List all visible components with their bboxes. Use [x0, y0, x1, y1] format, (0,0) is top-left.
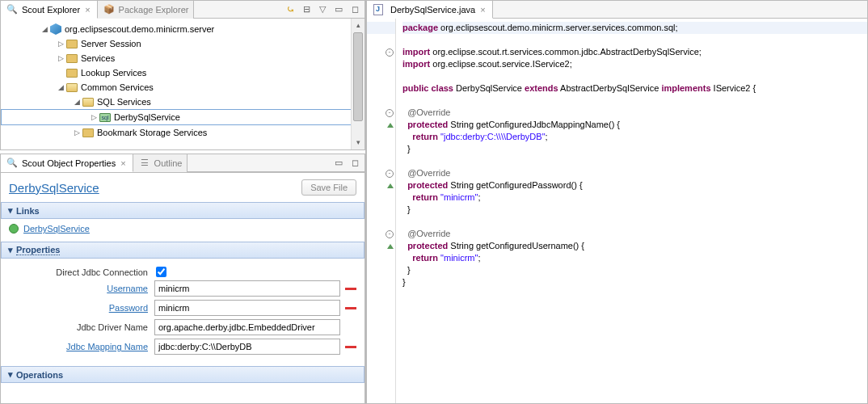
collapse-icon[interactable]: ⊟ [300, 3, 313, 16]
java-file-icon [373, 4, 383, 15]
scout-tree: ◢org.eclipsescout.demo.minicrm.server ▷S… [1, 19, 364, 149]
code-editor[interactable]: - - - - package org [367, 19, 867, 403]
modified-indicator-icon [345, 346, 356, 348]
folder-open-icon [82, 98, 94, 107]
label-mapping[interactable]: Jdbc Mapping Name [9, 342, 154, 351]
tree-node[interactable]: ◢SQL Services [1, 95, 364, 109]
save-file-button[interactable]: Save File [301, 179, 356, 196]
chevron-down-icon: ▾ [8, 205, 13, 216]
minimize-icon[interactable]: ▭ [332, 157, 345, 170]
tab-scout-props[interactable]: 🔍 Scout Object Properties × [1, 154, 133, 172]
tree-node[interactable]: Lookup Services [1, 65, 364, 80]
class-icon [9, 224, 19, 234]
minimize-icon[interactable]: ▭ [332, 3, 345, 16]
props-tabbar: 🔍 Scout Object Properties × ☰ Outline ▭ … [1, 154, 364, 172]
outline-icon: ☰ [138, 157, 151, 170]
folder-open-icon [66, 83, 78, 92]
fold-icon[interactable]: - [386, 109, 394, 117]
label-password[interactable]: Password [9, 303, 154, 313]
props-title[interactable]: DerbySqlService [9, 181, 99, 195]
checkbox-direct-jdbc[interactable] [156, 267, 166, 277]
tree-node-root[interactable]: ◢org.eclipsescout.demo.minicrm.server [1, 22, 364, 36]
tab-label: Outline [154, 158, 183, 168]
close-icon[interactable]: × [478, 5, 487, 15]
props-panel: DerbySqlService Save File ▾Links DerbySq… [1, 172, 364, 403]
folder-icon [82, 128, 94, 137]
explorer-tabbar: 🔍 Scout Explorer × 📦 Package Explorer ⤿ … [1, 1, 364, 19]
refresh-icon[interactable]: ⤿ [284, 3, 297, 16]
tree-node[interactable]: ▷Services [1, 51, 364, 65]
scroll-thumb[interactable] [353, 32, 363, 121]
folder-icon [66, 69, 78, 78]
tree-node[interactable]: ◢Common Services [1, 80, 364, 95]
code-area[interactable]: package org.eclipsescout.demo.minicrm.se… [396, 19, 867, 403]
editor-tabbar: DerbySqlService.java × [367, 1, 867, 19]
tab-label: Scout Explorer [22, 5, 80, 15]
tree-node[interactable]: ▷Server Session [1, 36, 364, 51]
view-menu-icon[interactable]: ▽ [316, 3, 329, 16]
tab-label: DerbySqlService.java [390, 5, 475, 15]
scout-explorer-icon: 🔍 [6, 3, 19, 16]
maximize-icon[interactable]: ◻ [348, 157, 361, 170]
label-driver: Jdbc Driver Name [9, 322, 154, 332]
scrollbar-vertical[interactable]: ▴ ▾ [351, 19, 364, 149]
tab-package-explorer[interactable]: 📦 Package Explorer [98, 1, 195, 19]
input-mapping[interactable] [154, 339, 340, 355]
maximize-icon[interactable]: ◻ [348, 3, 361, 16]
folder-icon [66, 40, 78, 48]
scroll-down-icon[interactable]: ▾ [352, 136, 364, 149]
input-username[interactable] [154, 280, 340, 297]
scroll-up-icon[interactable]: ▴ [352, 19, 364, 32]
fold-icon[interactable]: - [386, 48, 394, 57]
package-explorer-icon: 📦 [103, 3, 116, 16]
override-marker-icon [387, 123, 394, 128]
tab-outline[interactable]: ☰ Outline [133, 154, 188, 172]
modified-indicator-icon [345, 307, 356, 309]
props-icon: 🔍 [6, 157, 19, 170]
fold-icon[interactable]: - [386, 230, 394, 238]
override-marker-icon [387, 244, 394, 249]
label-direct-jdbc: Direct Jdbc Connection [9, 267, 154, 277]
tree-node[interactable]: ▷Bookmark Storage Services [1, 125, 364, 140]
folder-icon [66, 54, 78, 63]
tab-label: Package Explorer [119, 5, 189, 15]
chevron-down-icon: ▾ [8, 369, 13, 380]
input-driver[interactable] [154, 319, 340, 335]
section-properties-header[interactable]: ▾Properties [1, 242, 364, 259]
fold-icon[interactable]: - [386, 170, 394, 178]
override-marker-icon [387, 183, 394, 188]
close-icon[interactable]: × [119, 158, 127, 168]
modified-indicator-icon [345, 288, 356, 290]
section-operations-header[interactable]: ▾Operations [1, 366, 364, 383]
tab-editor-file[interactable]: DerbySqlService.java × [367, 1, 493, 19]
tab-scout-explorer[interactable]: 🔍 Scout Explorer × [1, 1, 98, 19]
chevron-down-icon: ▾ [8, 245, 13, 255]
service-icon: sql [99, 113, 111, 122]
link-derbysqlservice[interactable]: DerbySqlService [23, 224, 90, 234]
label-username[interactable]: Username [9, 284, 154, 293]
close-icon[interactable]: × [83, 5, 91, 15]
tab-label: Scout Object Properties [22, 158, 116, 168]
cube-icon [50, 23, 61, 35]
section-links-header[interactable]: ▾Links [1, 202, 364, 219]
input-password[interactable] [154, 300, 340, 316]
editor-ruler: - - - - [367, 19, 396, 403]
tree-node-selected[interactable]: ▷sqlDerbySqlService [1, 109, 364, 125]
